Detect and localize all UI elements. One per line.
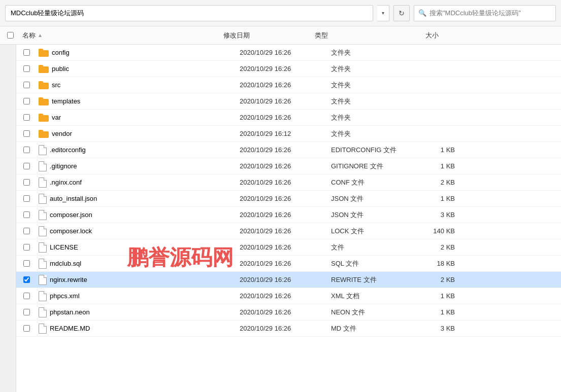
table-row[interactable]: mdclub.sql 2020/10/29 16:26 SQL 文件 18 KB xyxy=(16,256,561,272)
row-name: nginx.rewrite xyxy=(37,275,240,285)
search-input[interactable] xyxy=(430,9,551,17)
row-name: templates xyxy=(37,97,240,105)
file-icon xyxy=(39,210,47,220)
folder-icon xyxy=(39,114,49,122)
row-date: 2020/10/29 16:26 xyxy=(240,243,331,251)
row-checkbox[interactable] xyxy=(23,211,30,218)
table-row[interactable]: .gitignore 2020/10/29 16:26 GITIGNORE 文件… xyxy=(16,158,561,174)
table-row[interactable]: composer.lock 2020/10/29 16:26 LOCK 文件 1… xyxy=(16,223,561,239)
row-checkbox[interactable] xyxy=(23,325,30,332)
row-checkbox[interactable] xyxy=(23,260,30,267)
row-checkbox-area[interactable] xyxy=(16,244,37,251)
row-date: 2020/10/29 16:26 xyxy=(240,325,331,332)
row-checkbox-area[interactable] xyxy=(16,65,37,72)
row-checkbox[interactable] xyxy=(23,98,30,104)
row-checkbox-area[interactable] xyxy=(16,211,37,218)
header-date-label: 修改日期 xyxy=(223,31,250,39)
file-icon xyxy=(39,307,47,317)
row-checkbox[interactable] xyxy=(23,309,30,315)
header-name[interactable]: 名称 ▲ xyxy=(20,31,223,40)
row-checkbox[interactable] xyxy=(23,179,30,186)
table-row[interactable]: .nginx.conf 2020/10/29 16:26 CONF 文件 2 K… xyxy=(16,174,561,191)
select-all-checkbox[interactable] xyxy=(7,32,14,39)
table-row[interactable]: var 2020/10/29 16:26 文件夹 xyxy=(16,110,561,126)
row-checkbox[interactable] xyxy=(23,82,30,88)
header-size[interactable]: 大小 xyxy=(396,31,447,40)
row-size: 3 KB xyxy=(412,211,463,219)
row-checkbox-area[interactable] xyxy=(16,147,37,153)
header-type[interactable]: 类型 xyxy=(315,31,396,40)
table-row[interactable]: nginx.rewrite 2020/10/29 16:26 REWRITE 文… xyxy=(16,272,561,288)
address-dropdown-button[interactable]: ▾ xyxy=(377,5,389,21)
row-checkbox-area[interactable] xyxy=(16,130,37,137)
row-checkbox-area[interactable] xyxy=(16,98,37,104)
row-date: 2020/10/29 16:26 xyxy=(240,162,331,170)
row-checkbox-area[interactable] xyxy=(16,228,37,234)
row-checkbox[interactable] xyxy=(23,195,30,202)
refresh-button[interactable]: ↻ xyxy=(393,5,410,21)
row-date: 2020/10/29 16:26 xyxy=(240,114,331,121)
row-name: phpcs.xml xyxy=(37,291,240,301)
row-checkbox[interactable] xyxy=(23,293,30,299)
table-row[interactable]: templates 2020/10/29 16:26 文件夹 xyxy=(16,93,561,110)
row-date: 2020/10/29 16:26 xyxy=(240,49,331,56)
table-row[interactable]: phpstan.neon 2020/10/29 16:26 NEON 文件 1 … xyxy=(16,304,561,320)
row-checkbox[interactable] xyxy=(23,130,30,137)
file-icon xyxy=(39,226,47,236)
row-checkbox[interactable] xyxy=(23,244,30,251)
table-row[interactable]: README.MD 2020/10/29 16:26 MD 文件 3 KB xyxy=(16,320,561,337)
row-date: 2020/10/29 16:26 xyxy=(240,308,331,316)
file-icon xyxy=(39,194,47,204)
table-row[interactable]: config 2020/10/29 16:26 文件夹 xyxy=(16,45,561,61)
row-checkbox-area[interactable] xyxy=(16,114,37,121)
row-checkbox-area[interactable] xyxy=(16,260,37,267)
row-checkbox-area[interactable] xyxy=(16,179,37,186)
file-list: config 2020/10/29 16:26 文件夹 public 2020/… xyxy=(16,45,561,392)
table-row[interactable]: src 2020/10/29 16:26 文件夹 xyxy=(16,77,561,93)
row-checkbox-area[interactable] xyxy=(16,325,37,332)
row-checkbox-area[interactable] xyxy=(16,276,37,283)
file-name-label: .nginx.conf xyxy=(50,179,82,186)
table-row[interactable]: LICENSE 2020/10/29 16:26 文件 2 KB xyxy=(16,239,561,256)
table-row[interactable]: auto_install.json 2020/10/29 16:26 JSON … xyxy=(16,191,561,207)
column-header: 名称 ▲ 修改日期 类型 大小 xyxy=(0,26,561,45)
table-row[interactable]: composer.json 2020/10/29 16:26 JSON 文件 3… xyxy=(16,207,561,223)
row-checkbox[interactable] xyxy=(23,276,30,283)
header-date[interactable]: 修改日期 xyxy=(223,31,315,40)
row-checkbox[interactable] xyxy=(23,49,30,56)
row-checkbox-area[interactable] xyxy=(16,309,37,315)
file-name-label: LICENSE xyxy=(50,243,78,251)
row-checkbox[interactable] xyxy=(23,147,30,153)
chevron-down-icon: ▾ xyxy=(382,10,384,16)
row-checkbox-area[interactable] xyxy=(16,163,37,169)
file-name-label: src xyxy=(52,81,60,89)
row-type: 文件 xyxy=(331,243,412,252)
file-name-label: .editorconfig xyxy=(50,146,86,154)
file-name-label: templates xyxy=(52,97,80,105)
table-row[interactable]: .editorconfig 2020/10/29 16:26 EDITORCON… xyxy=(16,142,561,158)
row-type: REWRITE 文件 xyxy=(331,275,412,284)
table-row[interactable]: vendor 2020/10/29 16:12 文件夹 xyxy=(16,126,561,142)
row-checkbox[interactable] xyxy=(23,65,30,72)
row-checkbox-area[interactable] xyxy=(16,49,37,56)
row-name: phpstan.neon xyxy=(37,307,240,317)
row-checkbox-area[interactable] xyxy=(16,293,37,299)
row-checkbox-area[interactable] xyxy=(16,82,37,88)
file-name-label: config xyxy=(52,49,70,56)
file-name-label: nginx.rewrite xyxy=(50,276,87,283)
row-date: 2020/10/29 16:26 xyxy=(240,227,331,235)
header-checkbox-area[interactable] xyxy=(0,32,20,39)
row-size: 1 KB xyxy=(412,195,463,202)
row-type: NEON 文件 xyxy=(331,308,412,317)
row-checkbox[interactable] xyxy=(23,114,30,121)
row-checkbox-area[interactable] xyxy=(16,195,37,202)
row-date: 2020/10/29 16:26 xyxy=(240,146,331,154)
row-type: XML 文档 xyxy=(331,292,412,301)
row-checkbox[interactable] xyxy=(23,228,30,234)
row-checkbox[interactable] xyxy=(23,163,30,169)
header-size-label: 大小 xyxy=(425,31,439,39)
table-row[interactable]: public 2020/10/29 16:26 文件夹 xyxy=(16,61,561,77)
row-name: public xyxy=(37,65,240,73)
table-row[interactable]: phpcs.xml 2020/10/29 16:26 XML 文档 1 KB xyxy=(16,288,561,304)
file-name-label: README.MD xyxy=(50,325,90,332)
